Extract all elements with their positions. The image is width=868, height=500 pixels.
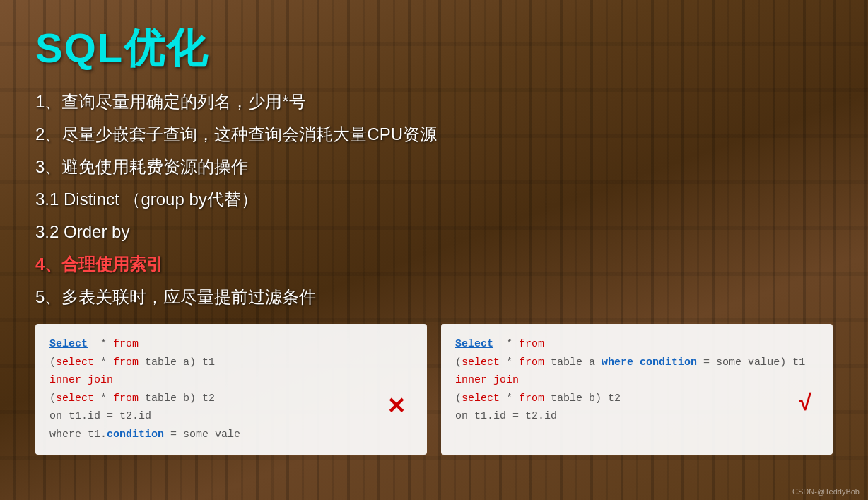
code-keyword: from <box>519 356 544 368</box>
code-keyword: select <box>462 356 500 368</box>
list-item-item3: 3、避免使用耗费资源的操作 <box>35 154 833 180</box>
page-title: SQL优化 <box>35 21 833 76</box>
code-keyword: inner join <box>49 374 113 386</box>
code-keyword: from <box>113 356 139 368</box>
code-box-left: Select * from (select * from table a) t1… <box>35 324 427 455</box>
code-keyword: where condition <box>602 356 697 368</box>
list-item-item4: 4、合理使用索引 <box>35 252 833 277</box>
code-keyword: from <box>113 338 139 350</box>
code-section: Select * from (select * from table a) t1… <box>35 324 833 455</box>
items-list: 1、查询尽量用确定的列名，少用*号2、尽量少嵌套子查询，这种查询会消耗大量CPU… <box>35 89 833 310</box>
list-item-item31: 3.1 Distinct （group by代替） <box>35 187 833 212</box>
list-item-item2: 2、尽量少嵌套子查询，这种查询会消耗大量CPU资源 <box>35 122 833 147</box>
code-keyword: Select <box>455 338 493 350</box>
mark-x: ✕ <box>387 393 406 419</box>
list-item-item5: 5、多表关联时，应尽量提前过滤条件 <box>35 284 833 310</box>
code-keyword: inner join <box>455 374 519 386</box>
list-item-item1: 1、查询尽量用确定的列名，少用*号 <box>35 89 833 115</box>
code-keyword: select <box>56 356 94 368</box>
code-keyword: select <box>56 393 94 405</box>
watermark: CSDN-@TeddyBob <box>792 487 860 496</box>
code-keyword: from <box>519 338 544 350</box>
mark-check: √ <box>799 390 811 416</box>
code-keyword: Select <box>49 338 88 350</box>
code-box-right: Select * from (select * from table a whe… <box>441 324 833 455</box>
code-keyword: from <box>113 393 139 405</box>
main-content: SQL优化 1、查询尽量用确定的列名，少用*号2、尽量少嵌套子查询，这种查询会消… <box>0 0 868 469</box>
code-keyword: from <box>519 393 544 405</box>
code-keyword: condition <box>107 429 164 441</box>
code-keyword: select <box>462 393 500 405</box>
list-item-item32: 3.2 Order by <box>35 219 833 245</box>
